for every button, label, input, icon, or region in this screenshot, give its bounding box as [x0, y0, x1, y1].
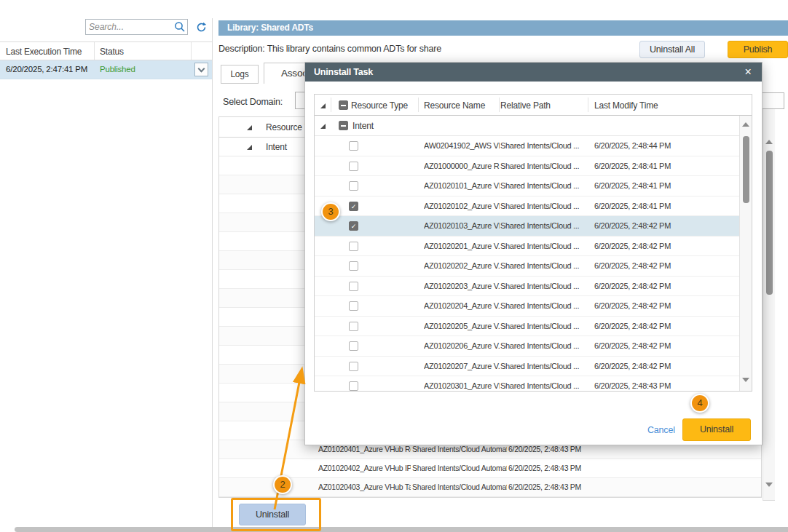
column-relative-path: Relative Path: [500, 100, 551, 111]
resource-row[interactable]: AZ01020101_Azure VN...Shared Intents/Clo…: [315, 176, 741, 196]
row-checkbox[interactable]: [349, 341, 358, 351]
modal-uninstall-button[interactable]: Uninstall: [682, 418, 751, 441]
select-all-checkbox[interactable]: [339, 100, 348, 110]
search-box[interactable]: [85, 19, 188, 35]
bg-group-label: Intent: [266, 142, 287, 152]
resource-row[interactable]: ✓AZ01020103_Azure VN...Shared Intents/Cl…: [315, 216, 741, 237]
resource-row[interactable]: AZ01020205_Azure V...Shared Intents/Clou…: [315, 317, 741, 337]
column-resource-name: Resource Name: [424, 100, 485, 111]
row-actions-dropdown[interactable]: [194, 63, 208, 76]
annotation-step2-badge: 2: [273, 475, 292, 494]
resource-row[interactable]: AZ01020207_Azure V...Shared Intents/Clou…: [315, 357, 741, 377]
row-checkbox[interactable]: [349, 301, 358, 311]
last-modify-time: 6/20/2025, 2:48:42 PM: [594, 242, 733, 250]
row-checkbox[interactable]: ✓: [349, 202, 358, 211]
resource-row[interactable]: ✓AZ01020102_Azure VN...Shared Intents/Cl…: [315, 196, 741, 217]
row-checkbox[interactable]: [349, 381, 358, 391]
row-checkbox[interactable]: ✓: [349, 221, 358, 231]
resource-name: AZ01020206_Azure V...: [424, 341, 500, 350]
bg-table-row[interactable]: AZ01020402_Azure VHub IPs Confi...Shared…: [219, 459, 761, 478]
scroll-down-icon[interactable]: [765, 483, 773, 487]
column-divider: [191, 42, 192, 60]
status-badge: Published: [100, 65, 135, 74]
search-input[interactable]: [86, 22, 173, 32]
group-checkbox[interactable]: [339, 121, 348, 130]
resource-row[interactable]: AZ01020204_Azure V...Shared Intents/Clou…: [315, 296, 741, 317]
resource-row[interactable]: AZ01020301_Azure VN...Shared Intents/Clo…: [315, 376, 741, 392]
collapse-group-icon[interactable]: [247, 145, 252, 150]
resource-row[interactable]: AZ01020202_Azure V...Shared Intents/Clou…: [315, 256, 741, 277]
column-last-execution-time: Last Execution Time: [6, 47, 82, 57]
scroll-down-icon[interactable]: [742, 378, 749, 382]
row-checkbox[interactable]: [349, 181, 358, 191]
modal-table-scrollbar[interactable]: [739, 116, 752, 392]
group-row-intent[interactable]: Intent: [315, 116, 741, 136]
resource-name: AZ01020401_Azure VHub Route Ta...: [318, 445, 411, 453]
relative-path: Shared Intents/Cloud ...: [500, 162, 592, 170]
row-checkbox[interactable]: [349, 141, 358, 151]
resource-name: AW02041902_AWS VP...: [424, 141, 500, 150]
scroll-up-icon[interactable]: [742, 122, 749, 127]
uninstall-all-button[interactable]: Uninstall All: [639, 41, 705, 58]
row-checkbox[interactable]: [349, 162, 358, 171]
execution-list-header: Last Execution Time Status: [0, 41, 212, 60]
page-scrollbar[interactable]: [763, 109, 775, 501]
resource-name: AZ01020402_Azure VHub IPs Confi...: [318, 464, 411, 472]
resource-name: AZ01020205_Azure V...: [424, 322, 500, 330]
row-checkbox[interactable]: [349, 322, 358, 331]
bg-table-row[interactable]: AZ01020403_Azure VHub Table Co...Shared …: [219, 478, 761, 497]
cancel-button[interactable]: Cancel: [647, 425, 675, 435]
last-modify-time: 6/20/2025, 2:48:41 PM: [594, 162, 733, 170]
last-modify-time: 6/20/2025, 2:48:42 PM: [594, 221, 733, 230]
relative-path: Shared Intents/Cloud ...: [500, 202, 592, 210]
resource-row[interactable]: AZ01020206_Azure V...Shared Intents/Clou…: [315, 336, 741, 357]
row-checkbox[interactable]: [349, 242, 358, 251]
panel-divider: [212, 18, 213, 528]
modal-scrollbar-thumb[interactable]: [743, 136, 749, 203]
relative-path: Shared Intents/Cloud ...: [500, 181, 592, 190]
refresh-button[interactable]: [192, 19, 210, 35]
relative-path: Shared Intents/Cloud ...: [500, 362, 592, 370]
relative-path: Shared Intents/Cloud ...: [500, 261, 592, 270]
collapse-group-icon[interactable]: [247, 125, 252, 130]
relative-path: Shared Intents/Cloud ...: [500, 141, 592, 150]
last-modify-time: 6/20/2025, 2:48:42 PM: [594, 341, 733, 350]
relative-path: Shared Intents/Cloud Automation ...: [412, 445, 507, 453]
resource-row[interactable]: AZ01020203_Azure V...Shared Intents/Clou…: [315, 277, 741, 297]
resource-row[interactable]: AW02041902_AWS VP...Shared Intents/Cloud…: [315, 136, 741, 156]
last-modify-time: 6/20/2025, 2:48:41 PM: [594, 202, 733, 210]
collapse-all-icon[interactable]: [320, 103, 326, 108]
last-modify-time: 6/20/2025, 2:48:43 PM: [508, 483, 632, 491]
resource-row[interactable]: AZ01020201_Azure V...Shared Intents/Clou…: [315, 237, 741, 257]
library-title-bar: Library: Shared ADTs: [218, 20, 788, 36]
page-scrollbar-thumb[interactable]: [766, 151, 773, 295]
select-domain-label: Select Domain:: [223, 97, 283, 107]
close-icon[interactable]: ×: [741, 63, 755, 82]
last-modify-time: 6/20/2025, 2:48:42 PM: [594, 282, 733, 290]
resource-name: AZ01020204_Azure V...: [424, 301, 500, 310]
resource-row[interactable]: AZ01000000_Azure Re...Shared Intents/Clo…: [315, 156, 741, 177]
relative-path: Shared Intents/Cloud ...: [500, 221, 592, 230]
tab-logs[interactable]: Logs: [221, 65, 259, 84]
resource-name: AZ01020102_Azure VN...: [424, 202, 500, 210]
row-checkbox[interactable]: [349, 282, 358, 291]
relative-path: Shared Intents/Cloud ...: [500, 301, 592, 310]
row-checkbox[interactable]: [349, 362, 358, 371]
row-checkbox[interactable]: [349, 261, 358, 271]
last-modify-time: 6/20/2025, 2:48:42 PM: [594, 362, 733, 370]
scroll-up-icon[interactable]: [765, 140, 773, 144]
window-bottom-edge: [15, 527, 788, 532]
resource-name: AZ01000000_Azure Re...: [424, 162, 500, 170]
relative-path: Shared Intents/Cloud ...: [500, 322, 592, 330]
column-divider: [499, 98, 500, 112]
search-icon[interactable]: [173, 20, 187, 34]
publish-button[interactable]: Publish: [728, 41, 788, 58]
resource-name: AZ01020202_Azure V...: [424, 261, 500, 270]
execution-row-selected[interactable]: 6/20/2025, 2:47:41 PM Published: [0, 60, 212, 79]
uninstall-task-modal: Uninstall Task × Resource Type Resource …: [304, 62, 763, 445]
annotation-step3-badge: 3: [321, 202, 340, 221]
collapse-group-icon[interactable]: [320, 124, 326, 129]
relative-path: Shared Intents/Cloud ...: [500, 341, 592, 350]
last-modify-time: 6/20/2025, 2:48:41 PM: [594, 181, 733, 190]
annotation-highlight-box: [231, 498, 321, 531]
